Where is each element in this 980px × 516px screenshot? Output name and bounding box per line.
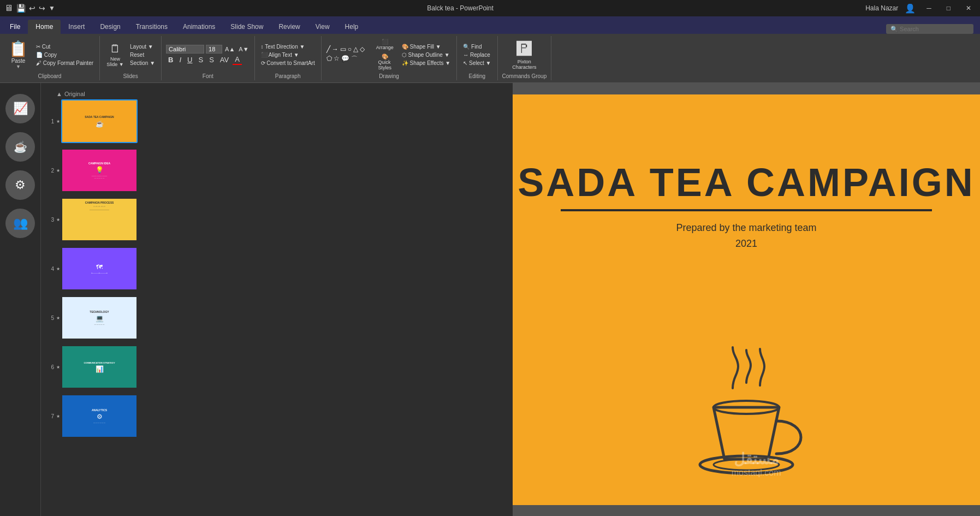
arrange-button[interactable]: ⬛ Arrange	[374, 38, 396, 51]
thumb-4-body: ●————●————●	[91, 272, 107, 274]
settings-button[interactable]: ⚙	[5, 170, 35, 200]
slide-thumb-6[interactable]: COMMUNICATION STRATEGY 📊	[61, 345, 138, 389]
slide-star-7: ★	[56, 414, 60, 419]
reset-button[interactable]: Reset	[128, 51, 157, 58]
original-label: ▲ Original	[43, 87, 510, 99]
commands-group: 🅿 PixtonCharacters Commands Group	[498, 36, 552, 80]
team-button[interactable]: 👥	[5, 209, 35, 238]
star-shape[interactable]: ☆	[333, 54, 340, 64]
paste-dropdown[interactable]: ▼	[16, 64, 21, 69]
tea-button[interactable]: ☕	[5, 132, 35, 162]
slide-thumb-1[interactable]: SADA TEA CAMPAIGN ☕	[61, 99, 138, 143]
watermark-text: مستقل	[732, 450, 781, 468]
quick-undo[interactable]: ↩	[29, 4, 35, 13]
pixton-button[interactable]: 🅿 PixtonCharacters	[510, 39, 538, 71]
text-direction-btn[interactable]: ↕ Text Direction ▼	[259, 43, 307, 50]
quick-redo[interactable]: ↪	[39, 4, 45, 13]
slide-thumb-2-container[interactable]: 2 ★ CAMPAIGN IDEA 💡 ——— ——— ———— — — — —	[43, 149, 510, 192]
shadow-btn[interactable]: S	[207, 55, 216, 64]
thumb-7-title: ANALYTICS	[92, 408, 107, 412]
quick-save[interactable]: 💾	[16, 4, 26, 13]
copy-button[interactable]: 📄 Copy	[34, 51, 95, 58]
font-name-input[interactable]	[166, 45, 204, 54]
tab-review[interactable]: Review	[271, 20, 307, 34]
slide-thumb-5[interactable]: TECHNOLOGY 💻 — — — — —	[61, 296, 138, 340]
slide-num-1: 1	[43, 118, 54, 124]
layout-button[interactable]: Layout ▼	[128, 43, 157, 50]
rect-shape[interactable]: ▭	[340, 45, 347, 54]
tab-file[interactable]: File	[2, 20, 28, 34]
tab-home[interactable]: Home	[28, 20, 61, 34]
slide-thumb-3-container[interactable]: 3 ★ CAMPAIGN PROCESS □→□→□→□→□ —————————…	[43, 198, 510, 241]
ribbon-search[interactable]	[886, 24, 973, 34]
cut-button[interactable]: ✂ Cut	[34, 43, 95, 50]
font-size-input[interactable]	[206, 45, 222, 54]
clipboard-group: 📋 Paste ▼ ✂ Cut 📄 Copy 🖌 Copy Format Pai…	[0, 36, 100, 80]
line-shape[interactable]: ╱	[326, 45, 331, 54]
bold-btn[interactable]: B	[166, 55, 175, 64]
drawing-content: ╱ → ▭ ○ △ ◇ ⬠ ☆ 💬 ⌒ ⬛ Arrange 🎨 QuickSty…	[326, 37, 453, 72]
slide-thumb-6-container[interactable]: 6 ★ COMMUNICATION STRATEGY 📊	[43, 345, 510, 389]
tab-help[interactable]: Help	[337, 20, 366, 34]
tab-insert[interactable]: Insert	[61, 20, 92, 34]
editing-content: 🔍 Find ↔ Replace ↖ Select ▼	[461, 37, 492, 72]
thumb-3-title: CAMPAIGN PROCESS	[85, 201, 114, 204]
underline-btn[interactable]: U	[185, 55, 194, 64]
select-button[interactable]: ↖ Select ▼	[461, 60, 492, 67]
maximize-btn[interactable]: □	[942, 3, 955, 13]
font-row2: B I U S S AV A	[166, 55, 250, 65]
paste-button[interactable]: 📋 Paste ▼	[4, 38, 32, 72]
customize-quick[interactable]: ▼	[49, 4, 55, 12]
tab-transitions[interactable]: Transitions	[128, 20, 175, 34]
convert-smartart-btn[interactable]: ⟳ Convert to SmartArt	[259, 60, 317, 67]
slide-thumb-5-container[interactable]: 5 ★ TECHNOLOGY 💻 — — — — —	[43, 296, 510, 340]
slide-thumb-7[interactable]: ANALYTICS ⚙ — — — — — —	[61, 394, 138, 438]
pixton-icon: 🅿	[516, 40, 532, 58]
slide-thumb-2[interactable]: CAMPAIGN IDEA 💡 ——— ——— ———— — — — —	[61, 149, 138, 192]
arrow-shape[interactable]: →	[331, 45, 339, 54]
shape-fill-button[interactable]: 🎨 Shape Fill ▼	[400, 43, 453, 50]
circle-shape[interactable]: ○	[347, 45, 352, 54]
chart-button[interactable]: 📈	[5, 94, 35, 123]
watermark-url: mostaql.com	[732, 468, 781, 478]
find-button[interactable]: 🔍 Find	[461, 43, 492, 50]
tab-animations[interactable]: Animations	[175, 20, 223, 34]
diamond-shape[interactable]: ◇	[359, 45, 365, 54]
thumb-3-details: ————————————	[90, 209, 109, 211]
slide-main-title: SADA TEA CAMPAIGN	[518, 160, 975, 205]
slide-thumb-7-container[interactable]: 7 ★ ANALYTICS ⚙ — — — — — —	[43, 394, 510, 438]
font-grow-btn[interactable]: A▲	[224, 45, 236, 53]
replace-button[interactable]: ↔ Replace	[461, 51, 492, 58]
font-color-btn[interactable]: A	[233, 55, 242, 65]
shape-effects-button[interactable]: ✨ Shape Effects ▼	[400, 60, 453, 67]
format-painter-button[interactable]: 🖌 Copy Format Painter	[34, 60, 95, 67]
slide-thumb-4-container[interactable]: 4 ★ 🗺 ●————●————●	[43, 247, 510, 290]
curve-shape[interactable]: ⌒	[351, 54, 358, 64]
triangle-shape[interactable]: △	[353, 45, 359, 54]
section-button[interactable]: Section ▼	[128, 60, 157, 67]
minimize-btn[interactable]: ─	[922, 3, 936, 13]
tab-view[interactable]: View	[308, 20, 337, 34]
tab-slideshow[interactable]: Slide Show	[223, 20, 271, 34]
drawing-group: ╱ → ▭ ○ △ ◇ ⬠ ☆ 💬 ⌒ ⬛ Arrange 🎨 QuickSty…	[322, 36, 458, 80]
new-slide-button[interactable]: 🗒 NewSlide ▼	[104, 41, 126, 68]
thumb-2-body: ——— ——— ———— — — — —	[90, 175, 110, 179]
strikethrough-btn[interactable]: S	[196, 55, 205, 64]
pentagon-shape[interactable]: ⬠	[326, 54, 332, 64]
char-spacing-btn[interactable]: AV	[218, 55, 231, 64]
paragraph-group: ↕ Text Direction ▼ ⬛ Align Text ▼ ⟳ Conv…	[255, 36, 322, 80]
title-bar: 🖥 💾 ↩ ↪ ▼ Balck tea - PowerPoint Hala Na…	[0, 0, 980, 16]
slide-content[interactable]: SADA TEA CAMPAIGN Prepared by the market…	[513, 94, 980, 505]
close-btn[interactable]: ✕	[961, 3, 976, 13]
callout-shape[interactable]: 💬	[341, 54, 350, 64]
font-shrink-btn[interactable]: A▼	[237, 45, 250, 53]
slide-thumb-1-container[interactable]: 1 ★ SADA TEA CAMPAIGN ☕	[43, 99, 510, 143]
pixton-label: PixtonCharacters	[512, 59, 536, 70]
quick-styles-button[interactable]: 🎨 QuickStyles	[374, 52, 396, 72]
align-text-btn[interactable]: ⬛ Align Text ▼	[259, 51, 301, 58]
tab-design[interactable]: Design	[92, 20, 128, 34]
slide-thumb-4[interactable]: 🗺 ●————●————●	[61, 247, 138, 290]
shape-outline-button[interactable]: ⬡ Shape Outline ▼	[400, 51, 453, 58]
italic-btn[interactable]: I	[177, 55, 183, 64]
slide-thumb-3[interactable]: CAMPAIGN PROCESS □→□→□→□→□ ————————————	[61, 198, 138, 241]
